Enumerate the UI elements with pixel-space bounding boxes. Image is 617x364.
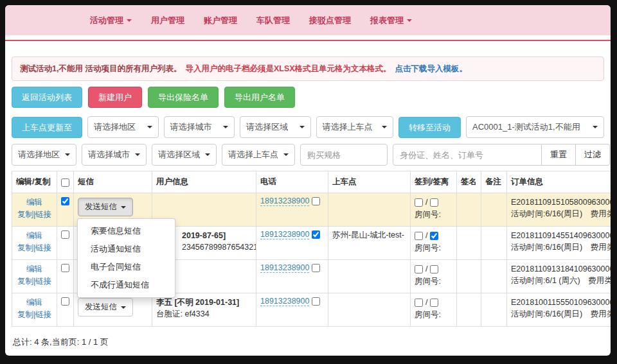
activity-select[interactable]: AC0001_1-测试活动1,不能用 <box>466 116 604 138</box>
phone-checkbox[interactable] <box>312 264 320 272</box>
menu-item-activity-notice-sms[interactable]: 活动通知短信 <box>78 240 175 258</box>
order-number: E201810011555010963000003 <box>511 297 611 308</box>
export-insurance-list-button[interactable]: 导出保险名单 <box>148 87 219 108</box>
send-sms-button[interactable]: 发送短信 <box>78 198 133 216</box>
room-number-label: 房间号: <box>415 208 452 221</box>
edit-link[interactable]: 编辑 <box>26 264 42 273</box>
user-info-line2: 台胞证: ef4334 <box>156 308 252 320</box>
select-value: 请选择上车点 <box>228 149 278 160</box>
user-info-line1: 2019-87-65] <box>182 230 252 241</box>
room-number-label: 房间号: <box>415 275 452 288</box>
copy-link-link[interactable]: 复制|链接 <box>17 277 51 286</box>
export-user-list-button[interactable]: 导出用户名单 <box>224 87 295 108</box>
reset-button[interactable]: 重置 <box>542 144 576 166</box>
sign-in-checkbox[interactable] <box>415 198 423 207</box>
header-sms: 短信 <box>74 171 152 193</box>
nav-item-report-management[interactable]: 报表管理 <box>370 15 412 26</box>
phone-checkbox[interactable] <box>312 297 320 306</box>
sign-in-checkbox[interactable] <box>415 299 423 307</box>
order-activity-time: 活动时间:6/16(周日) 费用类型 <box>511 308 611 320</box>
nav-item-shuttle-point-management[interactable]: 接驳点管理 <box>309 15 351 26</box>
region-filter-select[interactable]: 请选择地区 <box>12 144 76 166</box>
send-sms-label: 发送短信 <box>85 202 117 212</box>
sign-out-checkbox[interactable] <box>430 198 438 207</box>
nav-item-user-management[interactable]: 用户管理 <box>151 15 184 26</box>
header-select-all <box>57 171 74 193</box>
row-checkbox[interactable] <box>61 230 69 239</box>
phone-checkbox[interactable] <box>312 230 320 239</box>
copy-link-link[interactable]: 复制|链接 <box>17 310 51 319</box>
select-all-checkbox[interactable] <box>61 178 69 187</box>
sign-separator: / <box>425 297 427 308</box>
nav-item-label: 车队管理 <box>256 15 290 26</box>
phone-link[interactable]: 18913238900 <box>260 196 309 206</box>
edit-link[interactable]: 编辑 <box>26 198 42 207</box>
order-activity-time: 活动时间:6/1 (周六) 费用类型 <box>511 275 611 286</box>
header-user-info: 用户信息 <box>152 171 256 193</box>
nav-divider <box>5 40 611 41</box>
filter-button[interactable]: 过滤 <box>576 144 610 166</box>
download-template-link[interactable]: 点击下载导入模板。 <box>395 64 468 74</box>
pickup-update-row: 上车点更新至 请选择地区 请选择城市 请选择区域 请选择上车点 转移至活动 AC… <box>12 116 604 138</box>
select-value: 请选择地区 <box>18 149 60 160</box>
sign-out-checkbox[interactable] <box>430 299 438 307</box>
phone-link[interactable]: 18913238900 <box>260 230 309 239</box>
transfer-to-activity-button[interactable]: 转移至活动 <box>398 117 461 138</box>
caret-down-icon <box>135 153 140 156</box>
back-to-activity-list-button[interactable]: 返回活动列表 <box>12 87 82 108</box>
row-checkbox[interactable] <box>61 197 69 205</box>
caret-down-icon <box>127 19 132 22</box>
copy-link-link[interactable]: 复制|链接 <box>17 210 51 219</box>
city-select[interactable]: 请选择城市 <box>164 116 235 138</box>
note-cell <box>481 293 507 327</box>
order-activity-time: 活动时间:6/16(周日) 费用类型 <box>511 208 611 220</box>
room-number-label: 房间号: <box>415 241 452 254</box>
sign-in-checkbox[interactable] <box>415 265 423 273</box>
row-checkbox[interactable] <box>61 264 69 272</box>
city-filter-select[interactable]: 请选择城市 <box>82 144 147 166</box>
caret-down-icon <box>65 153 70 156</box>
user-info-line1: 李五 [不明 2019-01-31] <box>156 297 252 308</box>
menu-item-e-contract-sms[interactable]: 电子合同短信 <box>78 258 175 276</box>
sign-in-checkbox[interactable] <box>415 232 423 240</box>
send-sms-button[interactable]: 发送短信 <box>78 298 133 316</box>
phone-link[interactable]: 18913238900 <box>260 263 309 273</box>
nav-item-activity-management[interactable]: 活动管理 <box>90 15 132 26</box>
district-select[interactable]: 请选择区域 <box>240 116 311 138</box>
phone-link[interactable]: 18913238900 <box>260 297 309 306</box>
nav-item-account-management[interactable]: 账户管理 <box>204 15 237 26</box>
alert-activity-text: 测试活动1,不能用 活动项目的所有用户列表。 <box>20 64 181 74</box>
nav-item-fleet-management[interactable]: 车队管理 <box>256 15 290 26</box>
sign-out-checkbox[interactable] <box>430 265 438 273</box>
menu-item-cancellation-notice-sms[interactable]: 不成行通知短信 <box>78 276 175 294</box>
sign-out-checkbox[interactable] <box>430 232 438 240</box>
action-button-row: 返回活动列表 新建用户 导出保险名单 导出用户名单 <box>12 87 604 108</box>
nav-item-label: 接驳点管理 <box>309 15 351 26</box>
edit-link[interactable]: 编辑 <box>26 231 42 240</box>
region-select[interactable]: 请选择地区 <box>87 116 159 138</box>
table-header-row: 编辑/复制 短信 用户信息 电话 上车点 签到/签离 签名 备注 订单信息 <box>12 171 611 193</box>
app-window: 活动管理 用户管理 账户管理 车队管理 接驳点管理 报表管理 测试活动1,不能用… <box>5 5 611 356</box>
user-table-wrap: 编辑/复制 短信 用户信息 电话 上车点 签到/签离 签名 备注 订单信息 <box>12 171 604 327</box>
copy-link-link[interactable]: 复制|链接 <box>17 243 51 252</box>
select-value: 请选择区域 <box>158 149 200 160</box>
new-user-button[interactable]: 新建用户 <box>88 87 142 108</box>
search-input[interactable] <box>393 144 542 166</box>
pickup-filter-select[interactable]: 请选择上车点 <box>222 144 295 166</box>
room-number-label: 房间号: <box>415 308 452 321</box>
menu-item-request-info-sms[interactable]: 索要信息短信 <box>78 222 175 240</box>
select-value: 请选择城市 <box>170 121 212 133</box>
note-cell <box>481 227 507 260</box>
table-row: 编辑 复制|链接 发送短信 李五 [不明 2019-01-31] <box>12 293 611 327</box>
header-signature: 签名 <box>457 171 481 193</box>
update-pickup-point-button[interactable]: 上车点更新至 <box>12 117 82 138</box>
spec-input[interactable] <box>300 144 388 166</box>
phone-checkbox[interactable] <box>312 197 320 205</box>
caret-down-icon <box>121 306 126 309</box>
row-checkbox[interactable] <box>61 297 69 306</box>
pickup-point-select[interactable]: 请选择上车点 <box>316 116 393 138</box>
sign-separator: / <box>425 230 427 241</box>
edit-link[interactable]: 编辑 <box>26 298 42 307</box>
caret-down-icon <box>205 153 210 156</box>
district-filter-select[interactable]: 请选择区域 <box>152 144 217 166</box>
